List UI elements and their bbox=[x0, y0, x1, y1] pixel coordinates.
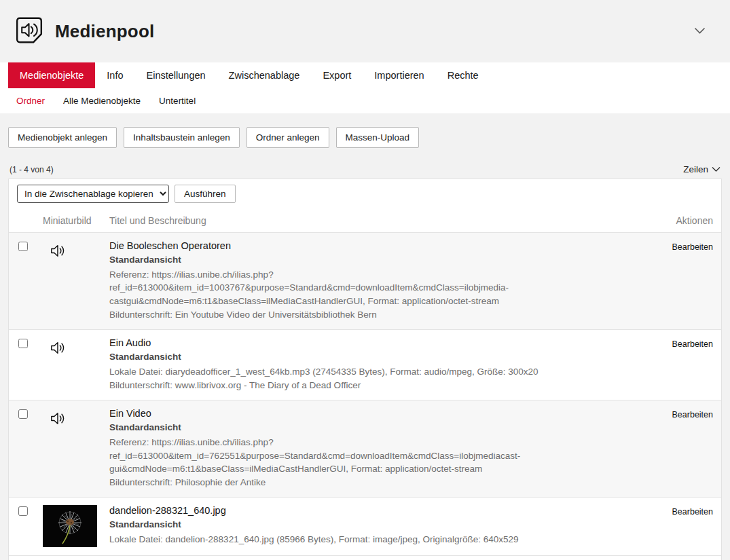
audio-speaker-icon bbox=[43, 240, 109, 263]
rows-dropdown-toggle[interactable]: Zeilen bbox=[683, 164, 720, 174]
edit-link[interactable]: Bearbeiten bbox=[672, 241, 713, 252]
audio-speaker-icon bbox=[43, 408, 109, 430]
media-object-detail-line: castgui&cmdNode=m6:t1&baseClass=ilMediaC… bbox=[109, 295, 640, 308]
media-object-detail-line: Lokale Datei: diarydeadofficer_1_west_64… bbox=[109, 365, 640, 379]
create-media-object-button[interactable]: Medienobjekt anlegen bbox=[8, 127, 117, 148]
table-row: Ein Video Standardansicht Referenz: http… bbox=[9, 400, 721, 497]
result-count-top: (1 - 4 von 4) bbox=[10, 165, 54, 174]
header-chevron-down-icon[interactable] bbox=[691, 22, 708, 40]
table-row: Ein Audio Standardansicht Lokale Datei: … bbox=[9, 329, 721, 400]
subtab-ordner[interactable]: Ordner bbox=[16, 96, 45, 106]
media-objects-table: In die Zwischenablage kopieren Ausführen… bbox=[8, 179, 722, 560]
edit-link[interactable]: Bearbeiten bbox=[672, 409, 713, 419]
row-checkbox[interactable] bbox=[18, 409, 28, 419]
select-all-row: Alle auswählen bbox=[9, 555, 721, 560]
rows-dropdown-label: Zeilen bbox=[683, 164, 708, 174]
bulk-action-select-top[interactable]: In die Zwischenablage kopieren bbox=[17, 185, 169, 203]
edit-link[interactable]: Bearbeiten bbox=[672, 338, 713, 349]
media-object-view: Standardansicht bbox=[109, 519, 640, 531]
column-header-thumbnail: Miniaturbild bbox=[43, 215, 109, 226]
row-checkbox[interactable] bbox=[18, 506, 28, 516]
row-checkbox[interactable] bbox=[18, 339, 28, 348]
subtab-alle-medienobjekte[interactable]: Alle Medienobjekte bbox=[63, 96, 141, 106]
tab-importieren[interactable]: Importieren bbox=[363, 62, 435, 88]
subtab-untertitel[interactable]: Untertitel bbox=[159, 96, 196, 106]
create-folder-button[interactable]: Ordner anlegen bbox=[247, 127, 329, 148]
mediapool-icon bbox=[14, 15, 45, 48]
bulk-upload-button[interactable]: Massen-Upload bbox=[336, 127, 420, 148]
media-object-title[interactable]: Ein Video bbox=[109, 408, 640, 419]
dandelion-thumbnail bbox=[43, 505, 109, 547]
media-object-view: Standardansicht bbox=[109, 422, 640, 434]
media-object-detail-line: gui&cmdNode=m6:t1&baseClass=ilMediaCastH… bbox=[109, 462, 640, 476]
tab-medienobjekte[interactable]: Medienobjekte bbox=[8, 62, 95, 88]
column-header-title: Titel und Beschreibung bbox=[109, 215, 651, 226]
media-object-detail-line: Bildunterschrift: www.librivox.org - The… bbox=[109, 379, 640, 392]
tab-rechte[interactable]: Rechte bbox=[436, 62, 490, 88]
media-object-title[interactable]: Ein Audio bbox=[109, 337, 640, 348]
media-object-view: Standardansicht bbox=[109, 351, 640, 364]
row-checkbox[interactable] bbox=[18, 242, 28, 251]
media-object-detail-line: Lokale Datei: dandelion-288321_640.jpg (… bbox=[109, 533, 640, 546]
media-object-detail-line: Bildunterschrift: Philosophie der Antike bbox=[109, 476, 640, 489]
edit-link[interactable]: Bearbeiten bbox=[672, 506, 713, 517]
bulk-action-bar-top: In die Zwischenablage kopieren Ausführen bbox=[9, 179, 721, 208]
chevron-down-icon bbox=[712, 166, 720, 172]
command-buttons: Medienobjekt anlegen Inhaltsbaustein anl… bbox=[8, 127, 722, 148]
media-object-detail-line: Referenz: https://ilias.unibe.ch/ilias.p… bbox=[109, 268, 640, 295]
audio-speaker-icon bbox=[43, 337, 109, 360]
column-header-actions: Aktionen bbox=[651, 215, 713, 226]
tab-info[interactable]: Info bbox=[95, 62, 134, 88]
sub-tab-bar: Ordner Alle Medienobjekte Untertitel bbox=[0, 88, 730, 113]
table-row: dandelion-288321_640.jpg Standardansicht… bbox=[9, 497, 721, 555]
table-meta-bar: (1 - 4 von 4) Zeilen bbox=[10, 164, 720, 174]
create-content-snippet-button[interactable]: Inhaltsbaustein anlegen bbox=[124, 127, 240, 148]
tab-einstellungen[interactable]: Einstellungen bbox=[135, 62, 217, 88]
table-header-row: Miniaturbild Titel und Beschreibung Akti… bbox=[9, 208, 721, 232]
media-object-view: Standardansicht bbox=[109, 254, 640, 267]
table-row: Die Booleschen Operatoren Standardansich… bbox=[9, 232, 721, 329]
tab-export[interactable]: Export bbox=[311, 62, 363, 88]
execute-button-top[interactable]: Ausführen bbox=[175, 185, 236, 203]
page-header: Medienpool bbox=[0, 0, 730, 53]
page-title: Medienpool bbox=[55, 21, 154, 42]
media-object-detail-line: Bildunterschrift: Ein Youtube Video der … bbox=[109, 308, 640, 322]
media-object-title[interactable]: Die Booleschen Operatoren bbox=[109, 240, 640, 251]
tab-zwischenablage[interactable]: Zwischenablage bbox=[217, 62, 312, 88]
main-tab-bar: Medienobjekte Info Einstellungen Zwische… bbox=[0, 62, 730, 88]
media-object-detail-line: Referenz: https://ilias.unibe.ch/ilias.p… bbox=[109, 436, 640, 462]
media-object-title[interactable]: dandelion-288321_640.jpg bbox=[109, 505, 640, 516]
